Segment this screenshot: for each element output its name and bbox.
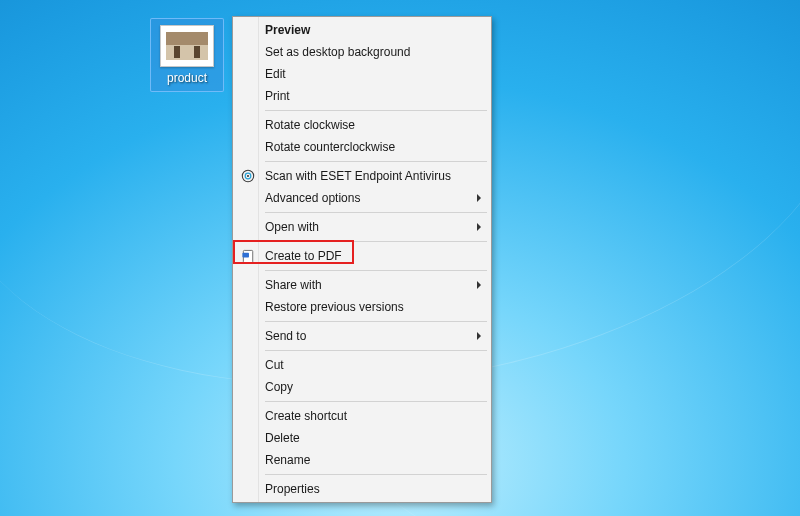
file-thumbnail (160, 25, 214, 67)
menu-label: Open with (265, 220, 319, 234)
chevron-right-icon (477, 194, 481, 202)
menu-item-create-shortcut[interactable]: Create shortcut (235, 405, 489, 427)
menu-separator (265, 350, 487, 351)
menu-label: Advanced options (265, 191, 360, 205)
chevron-right-icon (477, 332, 481, 340)
menu-item-properties[interactable]: Properties (235, 478, 489, 500)
menu-label: Rotate counterclockwise (265, 140, 395, 154)
menu-label: Rotate clockwise (265, 118, 355, 132)
menu-item-edit[interactable]: Edit (235, 63, 489, 85)
menu-item-copy[interactable]: Copy (235, 376, 489, 398)
file-label: product (153, 71, 221, 85)
menu-item-set-desktop-background[interactable]: Set as desktop background (235, 41, 489, 63)
menu-item-rotate-clockwise[interactable]: Rotate clockwise (235, 114, 489, 136)
menu-item-open-with[interactable]: Open with (235, 216, 489, 238)
menu-label: Scan with ESET Endpoint Antivirus (265, 169, 451, 183)
menu-label: Edit (265, 67, 286, 81)
menu-separator (265, 270, 487, 271)
menu-label: Share with (265, 278, 322, 292)
menu-item-rename[interactable]: Rename (235, 449, 489, 471)
menu-item-preview[interactable]: Preview (235, 19, 489, 41)
menu-label: Preview (265, 23, 310, 37)
menu-label: Create shortcut (265, 409, 347, 423)
menu-separator (265, 241, 487, 242)
menu-item-rotate-counterclockwise[interactable]: Rotate counterclockwise (235, 136, 489, 158)
menu-item-delete[interactable]: Delete (235, 427, 489, 449)
menu-label: Create to PDF (265, 249, 342, 263)
menu-item-eset-scan[interactable]: Scan with ESET Endpoint Antivirus (235, 165, 489, 187)
menu-item-restore-previous-versions[interactable]: Restore previous versions (235, 296, 489, 318)
menu-separator (265, 474, 487, 475)
pdf-document-icon (240, 248, 256, 264)
menu-label: Set as desktop background (265, 45, 410, 59)
desktop-file-icon[interactable]: product (150, 18, 224, 92)
desktop-background: product Preview Set as desktop backgroun… (0, 0, 800, 516)
menu-item-create-to-pdf[interactable]: Create to PDF (235, 245, 489, 267)
menu-label: Print (265, 89, 290, 103)
menu-label: Cut (265, 358, 284, 372)
menu-item-cut[interactable]: Cut (235, 354, 489, 376)
chevron-right-icon (477, 281, 481, 289)
menu-separator (265, 110, 487, 111)
menu-label: Restore previous versions (265, 300, 404, 314)
menu-item-share-with[interactable]: Share with (235, 274, 489, 296)
menu-label: Send to (265, 329, 306, 343)
chevron-right-icon (477, 223, 481, 231)
menu-separator (265, 321, 487, 322)
eset-icon (240, 168, 256, 184)
menu-separator (265, 401, 487, 402)
menu-label: Delete (265, 431, 300, 445)
menu-label: Properties (265, 482, 320, 496)
menu-label: Copy (265, 380, 293, 394)
menu-label: Rename (265, 453, 310, 467)
menu-separator (265, 161, 487, 162)
menu-item-send-to[interactable]: Send to (235, 325, 489, 347)
menu-item-print[interactable]: Print (235, 85, 489, 107)
svg-rect-4 (242, 252, 249, 257)
context-menu: Preview Set as desktop background Edit P… (232, 16, 492, 503)
menu-item-advanced-options[interactable]: Advanced options (235, 187, 489, 209)
menu-separator (265, 212, 487, 213)
svg-point-2 (247, 175, 249, 177)
